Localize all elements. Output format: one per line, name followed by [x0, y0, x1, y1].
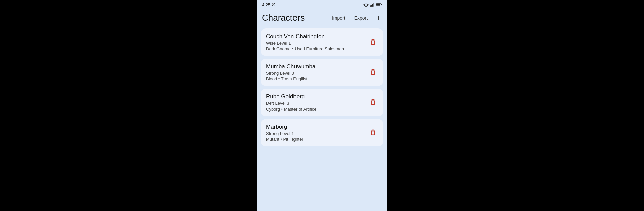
wifi-icon	[363, 3, 369, 7]
character-list: Couch Von ChairingtonWise Level 1Dark Gn…	[257, 27, 387, 211]
svg-rect-3	[374, 3, 374, 6]
status-bar: 4:25	[257, 0, 387, 9]
character-type: Cyborg • Master of Artifice	[266, 107, 317, 112]
character-card[interactable]: Rube GoldbergDeft Level 3Cyborg • Master…	[261, 89, 383, 116]
character-type: Dark Gnome • Used Furniture Salesman	[266, 46, 344, 51]
character-info: Couch Von ChairingtonWise Level 1Dark Gn…	[266, 33, 344, 51]
svg-rect-1	[371, 5, 372, 7]
delete-character-button[interactable]	[368, 127, 378, 138]
battery-icon	[376, 3, 382, 7]
delete-character-button[interactable]	[368, 97, 378, 108]
character-level: Strong Level 1	[266, 131, 303, 136]
trash-icon	[369, 129, 377, 136]
status-icons	[363, 3, 382, 7]
svg-rect-6	[376, 4, 380, 5]
character-info: MarborgStrong Level 1Mutant • Pit Fighte…	[266, 124, 303, 142]
delete-character-button[interactable]	[368, 67, 378, 78]
svg-rect-2	[372, 4, 373, 7]
import-button[interactable]: Import	[331, 15, 347, 21]
character-level: Deft Level 3	[266, 101, 317, 106]
signal-icon	[370, 3, 375, 7]
trash-icon	[369, 68, 377, 76]
phone-frame: 4:25 C	[257, 0, 387, 211]
page-title: Characters	[262, 13, 331, 23]
character-type: Mutant • Pit Fighter	[266, 137, 303, 142]
character-info: Rube GoldbergDeft Level 3Cyborg • Master…	[266, 93, 317, 112]
add-character-button[interactable]: +	[375, 13, 382, 23]
export-button[interactable]: Export	[353, 15, 369, 21]
delete-character-button[interactable]	[368, 37, 378, 48]
character-name: Mumba Chuwumba	[266, 63, 315, 70]
status-time: 4:25	[262, 2, 276, 7]
character-info: Mumba ChuwumbaStrong Level 3Blood • Tras…	[266, 63, 315, 81]
header: Characters Import Export +	[257, 9, 387, 27]
character-name: Couch Von Chairington	[266, 33, 344, 40]
character-card[interactable]: MarborgStrong Level 1Mutant • Pit Fighte…	[261, 119, 383, 146]
svg-rect-0	[370, 5, 371, 7]
trash-icon	[369, 38, 377, 46]
time-display: 4:25	[262, 2, 270, 7]
header-actions: Import Export +	[331, 13, 382, 23]
character-level: Strong Level 3	[266, 71, 315, 76]
character-card[interactable]: Mumba ChuwumbaStrong Level 3Blood • Tras…	[261, 59, 383, 86]
character-type: Blood • Trash Pugilist	[266, 76, 315, 81]
alarm-icon	[272, 3, 276, 7]
character-level: Wise Level 1	[266, 41, 344, 46]
svg-rect-5	[381, 4, 382, 5]
character-card[interactable]: Couch Von ChairingtonWise Level 1Dark Gn…	[261, 28, 383, 56]
trash-icon	[369, 98, 377, 106]
character-name: Rube Goldberg	[266, 93, 317, 100]
character-name: Marborg	[266, 124, 303, 130]
